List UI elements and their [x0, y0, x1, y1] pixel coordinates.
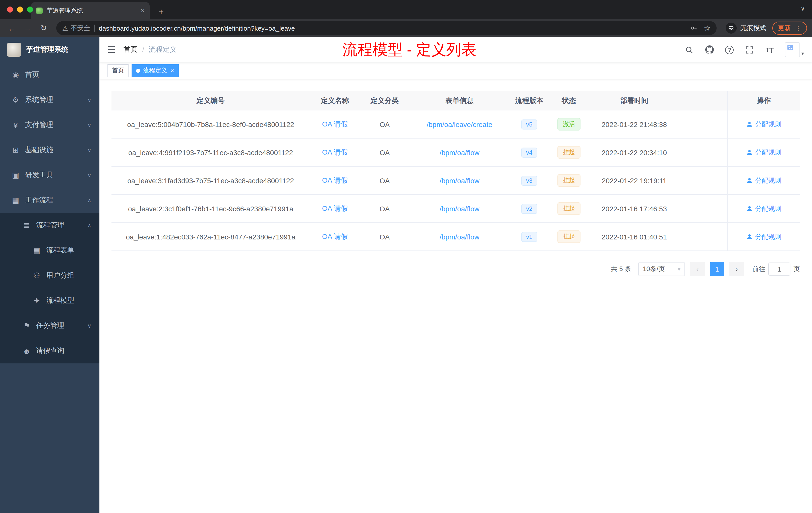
assign-rule-button[interactable]: 分配规则 — [746, 120, 781, 129]
version-badge: v2 — [521, 204, 537, 214]
form-info-link[interactable]: /bpm/oa/flow — [440, 176, 480, 184]
definition-name-link[interactable]: OA 请假 — [322, 120, 348, 128]
column-header: 部署时间 — [589, 96, 679, 105]
sidebar-item-payment-management[interactable]: ¥ 支付管理 ∨ — [0, 113, 99, 138]
sidebar-item-process-management[interactable]: ≣ 流程管理 ∧ — [0, 213, 99, 238]
assign-rule-label: 分配规则 — [755, 204, 781, 213]
page-content: 定义编号 定义名称 定义分类 表单信息 流程版本 状态 部署时间 操作 oa_l… — [99, 79, 812, 513]
chevron-down-icon: ∨ — [87, 147, 91, 153]
definition-id: oa_leave:1:482ec033-762a-11ec-8477-a2380… — [112, 233, 310, 241]
workflow-submenu: ≣ 流程管理 ∧ ▤ 流程表单 ⚇ 用户分组 ✈ 流程模型 ⚑ — [0, 213, 99, 363]
sidebar-item-label: 流程表单 — [46, 246, 91, 255]
users-icon: ⚇ — [32, 271, 41, 280]
definition-table: 定义编号 定义名称 定义分类 表单信息 流程版本 状态 部署时间 操作 oa_l… — [112, 91, 800, 251]
tag-process-definition[interactable]: 流程定义 × — [132, 64, 178, 77]
page-number-button[interactable]: 1 — [710, 262, 724, 276]
prev-page-button[interactable]: ‹ — [690, 262, 705, 276]
security-status[interactable]: ⚠ 不安全 — [62, 24, 90, 33]
help-icon[interactable]: ? — [725, 45, 735, 55]
update-label: 更新 — [778, 24, 791, 33]
sidebar-item-process-model[interactable]: ✈ 流程模型 — [0, 288, 99, 313]
status-tag: 挂起 — [557, 174, 580, 187]
sidebar: 芋道管理系统 ◉ 首页 ⚙ 系统管理 ∨ ¥ 支付管理 ∨ ⊞ 基础设施 ∨ — [0, 37, 99, 513]
user-menu[interactable]: ▾ — [785, 42, 804, 57]
page-size-value: 10条/页 — [643, 265, 665, 274]
zoom-window-button[interactable] — [27, 6, 33, 12]
tab-close-icon[interactable]: × — [141, 6, 145, 14]
breadcrumb-home[interactable]: 首页 — [123, 45, 138, 54]
github-icon[interactable] — [704, 45, 715, 55]
next-page-button[interactable]: › — [729, 262, 744, 276]
browser-tabstrip: 芋道管理系统 × + ∨ — [0, 0, 812, 19]
pagination-total: 共 5 条 — [611, 265, 631, 274]
chevron-up-icon: ∧ — [87, 197, 91, 204]
definition-name-link[interactable]: OA 请假 — [322, 176, 348, 184]
minimize-window-button[interactable] — [17, 6, 23, 12]
address-bar[interactable]: ⚠ 不安全 dashboard.yudao.iocoder.cn/bpm/man… — [56, 21, 717, 35]
sidebar-item-infrastructure[interactable]: ⊞ 基础设施 ∨ — [0, 138, 99, 163]
form-info-link[interactable]: /bpm/oa/flow — [440, 233, 480, 241]
close-window-button[interactable] — [7, 6, 13, 12]
tab-search-chevron-icon[interactable]: ∨ — [801, 5, 805, 12]
status-tag: 激活 — [557, 118, 580, 130]
sidebar-item-label: 首页 — [25, 70, 91, 79]
assign-rule-button[interactable]: 分配规则 — [746, 176, 781, 185]
chevron-down-icon: ▾ — [802, 51, 804, 57]
fullscreen-icon[interactable] — [745, 45, 755, 55]
chevron-down-icon: ∨ — [87, 323, 91, 329]
window-controls — [7, 6, 33, 12]
breadcrumb-separator: / — [142, 46, 144, 54]
form-info-link[interactable]: /bpm/oa/leave/create — [427, 120, 492, 128]
sidebar-collapse-icon[interactable]: ☰ — [108, 44, 116, 55]
form-info-link[interactable]: /bpm/oa/flow — [440, 205, 480, 213]
tag-home[interactable]: 首页 — [108, 64, 128, 77]
column-header: 流程版本 — [510, 96, 549, 105]
assign-rule-button[interactable]: 分配规则 — [746, 232, 781, 241]
definition-category: OA — [360, 205, 409, 213]
definition-name-link[interactable]: OA 请假 — [322, 204, 348, 212]
sidebar-item-user-group[interactable]: ⚇ 用户分组 — [0, 263, 99, 288]
sidebar-item-process-form[interactable]: ▤ 流程表单 — [0, 238, 99, 263]
breadcrumb: 首页 / 流程定义 — [123, 45, 177, 54]
definition-name-link[interactable]: OA 请假 — [322, 148, 348, 156]
bookmark-star-icon[interactable]: ☆ — [704, 24, 710, 33]
person-icon: ☻ — [22, 346, 31, 355]
sidebar-item-workflow[interactable]: ▦ 工作流程 ∧ — [0, 188, 99, 213]
search-icon[interactable] — [685, 45, 695, 55]
pagination-goto: 前往 页 — [752, 263, 800, 276]
browser-tab[interactable]: 芋道管理系统 × — [31, 2, 150, 19]
assign-rule-button[interactable]: 分配规则 — [746, 148, 781, 157]
sidebar-item-system-management[interactable]: ⚙ 系统管理 ∨ — [0, 87, 99, 113]
reload-button[interactable]: ↻ — [37, 24, 50, 33]
table-row: oa_leave:1:482ec033-762a-11ec-8477-a2380… — [112, 223, 800, 251]
url-text[interactable]: dashboard.yudao.iocoder.cn/bpm/manager/d… — [99, 24, 686, 32]
table-row: oa_leave:4:991f2193-7b7f-11ec-a3c8-acde4… — [112, 139, 800, 167]
sidebar-item-label: 任务管理 — [36, 321, 82, 330]
assign-rule-button[interactable]: 分配规则 — [746, 204, 781, 213]
back-button[interactable]: ← — [5, 24, 18, 32]
definition-id: oa_leave:3:1fad3d93-7b75-11ec-a3c8-acde4… — [112, 176, 310, 184]
form-info-link[interactable]: /bpm/oa/flow — [440, 148, 480, 156]
tag-label: 流程定义 — [143, 66, 167, 75]
sidebar-item-task-management[interactable]: ⚑ 任务管理 ∨ — [0, 313, 99, 338]
tag-close-icon[interactable]: × — [170, 67, 174, 74]
password-key-icon[interactable] — [690, 24, 698, 32]
sidebar-logo[interactable]: 芋道管理系统 — [0, 37, 99, 62]
forward-button[interactable]: → — [21, 24, 34, 32]
paper-plane-icon: ✈ — [32, 296, 41, 305]
sidebar-item-leave-query[interactable]: ☻ 请假查询 — [0, 338, 99, 363]
main-area: ☰ 首页 / 流程定义 流程模型 - 定义列表 ? — [99, 37, 812, 513]
column-header: 定义编号 — [112, 96, 310, 105]
app-root: 芋道管理系统 ◉ 首页 ⚙ 系统管理 ∨ ¥ 支付管理 ∨ ⊞ 基础设施 ∨ — [0, 37, 812, 513]
new-tab-button[interactable]: + — [155, 5, 168, 19]
sidebar-item-home[interactable]: ◉ 首页 — [0, 62, 99, 87]
avatar[interactable] — [785, 42, 800, 57]
page-size-select[interactable]: 10条/页 ▾ — [638, 262, 685, 276]
user-icon — [746, 149, 753, 156]
browser-menu-kebab-icon[interactable]: ⋮ — [795, 24, 802, 32]
goto-page-input[interactable] — [768, 263, 790, 276]
font-size-icon[interactable]: TT — [765, 45, 775, 55]
browser-update-button[interactable]: 更新 ⋮ — [772, 22, 807, 35]
sidebar-item-dev-tools[interactable]: ▣ 研发工具 ∨ — [0, 163, 99, 188]
definition-name-link[interactable]: OA 请假 — [322, 232, 348, 240]
